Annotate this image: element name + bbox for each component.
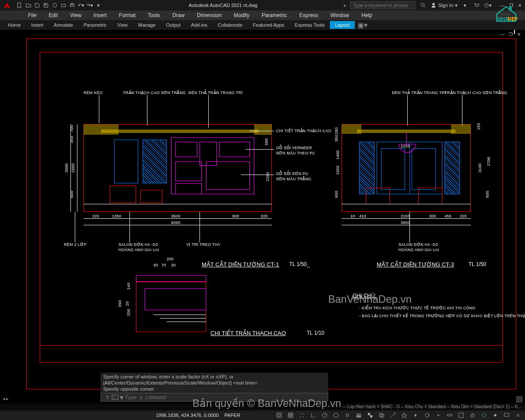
undo-icon[interactable]: ↶▾ — [77, 1, 85, 9]
svg-rect-12 — [277, 413, 282, 418]
quick-access-toolbar: ↶▾ ↷▾ ▾ — [16, 1, 102, 9]
lineweight-icon[interactable] — [354, 411, 363, 419]
search-icon[interactable] — [419, 1, 427, 9]
command-line: Specify corner of window, enter a scale … — [101, 373, 328, 402]
clean-screen-icon[interactable] — [502, 411, 511, 419]
menu-draw[interactable]: Draw — [166, 11, 191, 20]
cmd-drag-icon[interactable]: ⠿ — [103, 395, 112, 400]
redo-icon[interactable]: ↷▾ — [86, 1, 94, 9]
note: - KIỂM TRA KÍCH THƯỚC THỰC TẾ TRƯỚC KHI … — [359, 306, 476, 310]
menu-view[interactable]: View — [64, 11, 88, 20]
doc-minimize-icon[interactable]: — — [499, 31, 506, 38]
tab-annotate[interactable]: Annotate — [49, 21, 78, 29]
polar-icon[interactable] — [320, 411, 329, 419]
workspace-icon[interactable] — [423, 411, 431, 419]
doc-close-icon[interactable]: ✕ — [515, 31, 522, 38]
viewport-scale-icon[interactable] — [388, 411, 397, 419]
svg-rect-10 — [112, 395, 118, 399]
menu-format[interactable]: Format — [113, 11, 142, 20]
scale: TL 1/10 — [307, 330, 324, 336]
scroll-corner[interactable] — [516, 396, 522, 402]
dim: 220 — [92, 214, 99, 218]
exchange-icon[interactable]: ▾ — [461, 1, 469, 9]
notes-title: GHI CHÚ: — [353, 293, 376, 299]
menu-window[interactable]: Window — [324, 11, 355, 20]
doc-restore-icon[interactable]: ❐ — [507, 31, 514, 38]
svg-rect-29 — [448, 414, 452, 416]
command-input[interactable] — [125, 395, 326, 400]
svg-rect-13 — [278, 414, 280, 416]
anno-visibility-icon[interactable]: ▾ — [411, 411, 420, 419]
plot-icon[interactable] — [60, 1, 67, 9]
label: HOÀNG ANH GIA LAI — [399, 248, 439, 252]
quick-props-icon[interactable] — [457, 411, 466, 419]
tab-collaborate[interactable]: Collaborate — [213, 21, 248, 29]
menu-dimension[interactable]: Dimension — [191, 11, 228, 20]
menu-express[interactable]: Express — [293, 11, 324, 20]
menu-parametric[interactable]: Parametric — [256, 11, 293, 20]
dim: 200 — [167, 257, 174, 261]
search-input[interactable] — [350, 1, 416, 9]
tab-home[interactable]: Home — [3, 21, 26, 29]
tab-layout[interactable]: Layout — [330, 21, 355, 29]
cart-icon[interactable] — [472, 1, 480, 9]
snap-icon[interactable] — [298, 411, 306, 419]
tab-featured-apps[interactable]: Featured Apps — [248, 21, 290, 29]
units-icon[interactable] — [445, 411, 454, 419]
tab-manage[interactable]: Manage — [133, 21, 161, 29]
dim: 3500 — [171, 214, 180, 218]
qat-dropdown-icon[interactable]: ▾ — [94, 1, 102, 9]
menu-file[interactable]: File — [22, 11, 42, 20]
tab-output[interactable]: Output — [161, 21, 186, 29]
open-icon[interactable] — [24, 1, 32, 9]
save-icon[interactable] — [33, 1, 41, 9]
section-title: MẶT CẮT DIỆN TƯỜNG CT-1 — [202, 261, 279, 268]
window-title: Autodesk AutoCAD 2021 nt.dwg — [102, 3, 344, 8]
viewport-lock-icon[interactable] — [468, 411, 477, 419]
dim: 2700 — [486, 157, 491, 166]
layout-scroll[interactable]: ◂ ▸ — [3, 396, 9, 402]
print-icon[interactable] — [68, 1, 76, 9]
selection-cycle-icon[interactable] — [377, 411, 386, 419]
menu-modify[interactable]: Modify — [228, 11, 256, 20]
space-label[interactable]: PAPER — [224, 413, 240, 418]
dim: 2250 — [266, 172, 270, 181]
svg-text:ĐẸP: ĐẸP — [508, 16, 518, 22]
menu-insert[interactable]: Insert — [88, 11, 113, 20]
dim: 10 — [350, 214, 355, 218]
label: SALON ĐƠN HA -D2 — [399, 242, 438, 247]
tab-parametric[interactable]: Parametric — [78, 21, 112, 29]
transparency-icon[interactable] — [366, 411, 374, 419]
viewport-max-icon[interactable] — [275, 411, 284, 419]
ortho-icon[interactable] — [309, 411, 318, 419]
osnap-icon[interactable] — [343, 411, 352, 419]
tab-addins[interactable]: Add-ins — [186, 21, 213, 29]
signin-button[interactable]: Sign In ▾ — [430, 2, 458, 8]
svg-point-5 — [421, 4, 424, 7]
isodraft-icon[interactable] — [332, 411, 340, 419]
customize-icon[interactable]: ≡ — [514, 411, 522, 419]
menu-edit[interactable]: Edit — [42, 11, 64, 20]
menu-help[interactable]: Help — [355, 11, 378, 20]
app-logo — [2, 0, 12, 10]
tab-view[interactable]: View — [112, 21, 133, 29]
dim: 155 — [476, 123, 481, 130]
saveas-icon[interactable] — [42, 1, 50, 9]
dim: 455 — [444, 214, 452, 218]
ribbon-collapse-icon[interactable]: ▣▾ — [357, 21, 368, 29]
hardware-accel-icon[interactable] — [480, 411, 488, 419]
label: HOÀNG ANH GIA LAI — [119, 248, 159, 252]
grid-icon[interactable] — [286, 411, 295, 419]
new-icon[interactable] — [16, 1, 24, 9]
tab-insert[interactable]: Insert — [26, 21, 49, 29]
svg-rect-26 — [380, 413, 383, 416]
isolate-icon[interactable] — [491, 411, 500, 419]
menu-tools[interactable]: Tools — [142, 11, 166, 20]
label: VỊ TRÍ TREO TIVI — [186, 242, 220, 247]
tab-express-tools[interactable]: Express Tools — [290, 21, 330, 29]
anno-monitor-icon[interactable]: + — [434, 411, 443, 419]
anno-scale-icon[interactable] — [400, 411, 409, 419]
drawing-canvas[interactable]: RÈM KÉO TRẦN THẠCH CAO SƠN TRẮNG ĐÈN THẢ… — [0, 30, 525, 394]
web-icon[interactable] — [51, 1, 59, 9]
dim: 20 — [125, 301, 130, 306]
